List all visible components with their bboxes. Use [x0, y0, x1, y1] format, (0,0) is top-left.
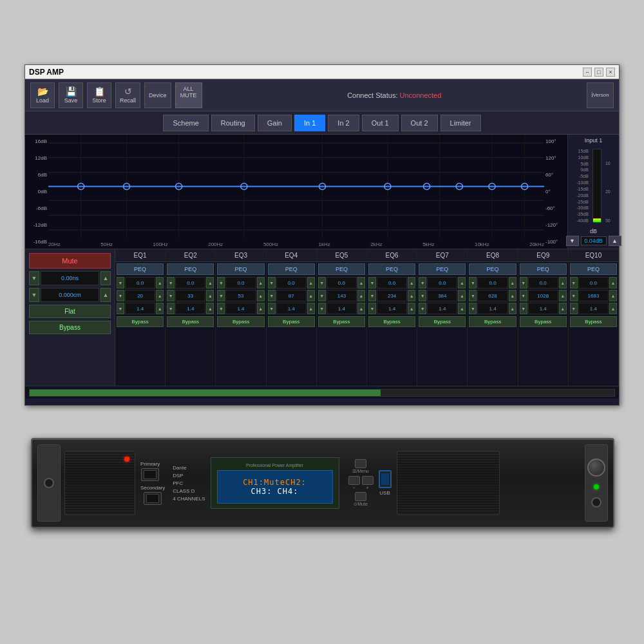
eq-q-down-4[interactable]: ▼ — [268, 303, 276, 314]
eq-q-up-2[interactable]: ▲ — [206, 303, 214, 314]
eq-type-btn-7[interactable]: PEQ — [419, 263, 466, 275]
eq-type-btn-3[interactable]: PEQ — [217, 263, 264, 275]
eq-type-btn-10[interactable]: PEQ — [570, 263, 617, 275]
minimize-button[interactable]: − — [583, 68, 592, 77]
tab-out1[interactable]: Out 1 — [362, 115, 399, 131]
device-button[interactable]: Device — [144, 82, 171, 108]
delay-up-btn[interactable]: ▲ — [100, 271, 111, 285]
eq-freq-up-1[interactable]: ▲ — [156, 290, 164, 301]
recall-button[interactable]: ↺ Recall — [115, 82, 140, 108]
primary-rj45[interactable] — [141, 468, 159, 481]
tab-in1[interactable]: In 1 — [294, 115, 325, 131]
delay-down-btn[interactable]: ▼ — [29, 271, 39, 285]
eq-gain-up-3[interactable]: ▲ — [257, 277, 265, 289]
eq-gain-up-2[interactable]: ▲ — [206, 277, 214, 289]
eq-bypass-btn-2[interactable]: Bypass — [167, 316, 214, 327]
eq-gain-up-8[interactable]: ▲ — [509, 277, 516, 289]
eq-gain-down-5[interactable]: ▼ — [318, 277, 326, 289]
mute-button[interactable]: Mute — [29, 253, 111, 269]
eq-q-up-4[interactable]: ▲ — [307, 303, 315, 314]
eq-q-up-5[interactable]: ▲ — [357, 303, 365, 314]
eq-q-down-1[interactable]: ▼ — [117, 303, 124, 314]
secondary-rj45[interactable] — [144, 492, 162, 505]
version-button[interactable]: i Verson — [587, 82, 614, 108]
eq-freq-down-10[interactable]: ▼ — [570, 290, 578, 301]
eq-freq-down-5[interactable]: ▼ — [318, 290, 326, 301]
eq-type-btn-2[interactable]: PEQ — [167, 263, 214, 275]
eq-freq-down-7[interactable]: ▼ — [419, 290, 426, 301]
eq-freq-down-8[interactable]: ▼ — [469, 290, 477, 301]
eq-gain-down-1[interactable]: ▼ — [117, 277, 124, 289]
eq-freq-down-3[interactable]: ▼ — [217, 290, 225, 301]
tab-scheme[interactable]: Scheme — [163, 115, 208, 131]
eq-gain-down-10[interactable]: ▼ — [570, 277, 578, 289]
tab-out2[interactable]: Out 2 — [401, 115, 438, 131]
eq-q-up-7[interactable]: ▲ — [458, 303, 466, 314]
eq-bypass-btn-9[interactable]: Bypass — [520, 316, 567, 327]
eq-gain-up-7[interactable]: ▲ — [458, 277, 466, 289]
eq-bypass-btn-6[interactable]: Bypass — [368, 316, 415, 327]
eq-q-up-1[interactable]: ▲ — [156, 303, 164, 314]
eq-gain-down-7[interactable]: ▼ — [419, 277, 426, 289]
eq-gain-up-4[interactable]: ▲ — [307, 277, 315, 289]
eq-type-btn-1[interactable]: PEQ — [117, 263, 164, 275]
eq-q-down-9[interactable]: ▼ — [520, 303, 527, 314]
eq-q-up-3[interactable]: ▲ — [257, 303, 265, 314]
meter-down-button[interactable]: ▼ — [566, 236, 579, 246]
eq-freq-up-2[interactable]: ▲ — [206, 290, 214, 301]
tab-in2[interactable]: In 2 — [328, 115, 359, 131]
eq-q-up-8[interactable]: ▲ — [509, 303, 516, 314]
eq-gain-up-6[interactable]: ▲ — [408, 277, 415, 289]
eq-freq-down-1[interactable]: ▼ — [117, 290, 124, 301]
eq-gain-down-8[interactable]: ▼ — [469, 277, 477, 289]
eq-freq-up-8[interactable]: ▲ — [509, 290, 516, 301]
eq-freq-down-4[interactable]: ▼ — [268, 290, 276, 301]
maximize-button[interactable]: □ — [594, 68, 603, 77]
meter-up-button[interactable]: ▲ — [609, 236, 621, 246]
close-button[interactable]: × — [606, 68, 615, 77]
eq-type-btn-8[interactable]: PEQ — [469, 263, 516, 275]
eq-q-down-2[interactable]: ▼ — [167, 303, 175, 314]
volume-knob[interactable] — [587, 459, 605, 477]
eq-q-up-10[interactable]: ▲ — [609, 303, 617, 314]
eq-type-btn-9[interactable]: PEQ — [520, 263, 567, 275]
tab-routing[interactable]: Routing — [211, 115, 255, 131]
eq-gain-up-1[interactable]: ▲ — [156, 277, 164, 289]
eq-q-down-8[interactable]: ▼ — [469, 303, 477, 314]
menu-button[interactable] — [355, 459, 366, 468]
eq-q-down-7[interactable]: ▼ — [419, 303, 426, 314]
eq-bypass-btn-3[interactable]: Bypass — [217, 316, 264, 327]
eq-freq-up-6[interactable]: ▲ — [408, 290, 415, 301]
eq-freq-up-9[interactable]: ▲ — [559, 290, 567, 301]
eq-q-up-9[interactable]: ▲ — [559, 303, 567, 314]
eq-freq-down-6[interactable]: ▼ — [368, 290, 376, 301]
eq-bypass-btn-4[interactable]: Bypass — [268, 316, 315, 327]
gain-down-btn[interactable]: ▼ — [29, 288, 39, 302]
eq-gain-up-9[interactable]: ▲ — [559, 277, 567, 289]
eq-q-up-6[interactable]: ▲ — [408, 303, 415, 314]
eq-gain-down-3[interactable]: ▼ — [217, 277, 225, 289]
store-button[interactable]: 📋 Store — [87, 82, 111, 108]
minus-button[interactable] — [348, 476, 360, 485]
all-mute-button[interactable]: ALLMUTE — [175, 82, 202, 108]
eq-gain-down-6[interactable]: ▼ — [368, 277, 376, 289]
eq-gain-down-9[interactable]: ▼ — [520, 277, 527, 289]
eq-freq-up-3[interactable]: ▲ — [257, 290, 265, 301]
eq-freq-up-7[interactable]: ▲ — [458, 290, 466, 301]
eq-bypass-btn-7[interactable]: Bypass — [419, 316, 466, 327]
plus-button[interactable] — [362, 476, 374, 485]
load-button[interactable]: 📂 Load — [30, 82, 55, 108]
eq-freq-up-4[interactable]: ▲ — [307, 290, 315, 301]
eq-type-btn-4[interactable]: PEQ — [268, 263, 315, 275]
bypass-button-left[interactable]: Bypass — [29, 321, 111, 334]
usb-port[interactable] — [379, 470, 392, 488]
eq-gain-up-5[interactable]: ▲ — [357, 277, 365, 289]
mute-hw-button[interactable] — [355, 492, 366, 501]
flat-button[interactable]: Flat — [29, 305, 111, 318]
eq-bypass-btn-10[interactable]: Bypass — [570, 316, 617, 327]
eq-graph[interactable]: 16dB 12dB 6dB 0dB -6dB -12dB -16dB — [25, 135, 567, 249]
tab-limiter[interactable]: Limiter — [440, 115, 481, 131]
eq-q-down-5[interactable]: ▼ — [318, 303, 326, 314]
eq-q-down-10[interactable]: ▼ — [570, 303, 578, 314]
eq-freq-down-2[interactable]: ▼ — [167, 290, 175, 301]
